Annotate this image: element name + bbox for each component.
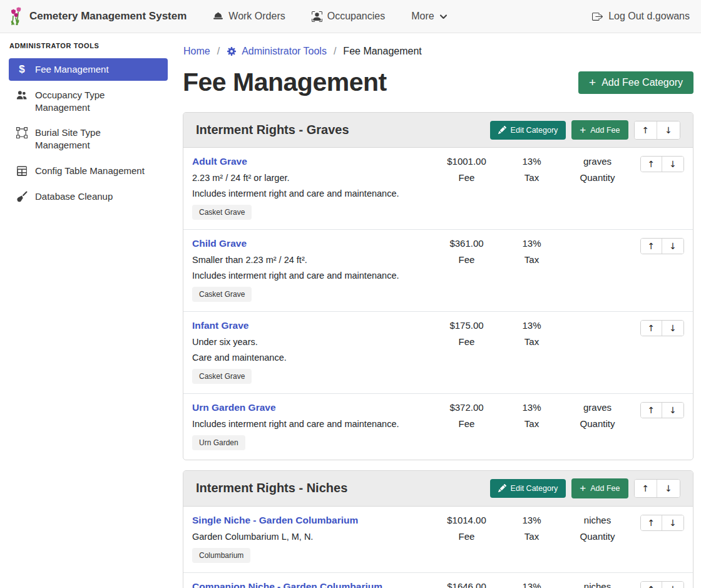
move-category-down-button[interactable]: ↓ [657,121,680,139]
fee-tax-label: Tax [501,254,563,265]
gear-icon [227,46,237,56]
sidebar-item-burial-site-type[interactable]: Burial Site Type Management [9,121,168,157]
sidebar-item-database-cleanup[interactable]: Database Cleanup [9,185,168,208]
fee-reorder-group: ↑ ↓ [640,320,684,336]
nav-work-orders[interactable]: Work Orders [213,11,285,22]
fee-description: Includes interment right and care and ma… [192,419,427,429]
move-category-down-button[interactable]: ↓ [657,480,680,497]
fee-reorder-group: ↑ ↓ [640,515,684,531]
add-fee-category-button[interactable]: + Add Fee Category [578,71,693,94]
fee-tax: 13% [501,320,563,331]
plus-icon: + [580,125,586,135]
fee-name-link[interactable]: Infant Grave [192,320,427,331]
move-fee-up-button[interactable]: ↑ [641,582,662,588]
fee-amount: $1001.00 [432,156,501,167]
move-fee-down-button[interactable]: ↓ [662,239,683,254]
sidebar-item-label: Occupancy Type Management [35,89,146,114]
fee-tax: 13% [501,156,563,167]
brand[interactable]: Cemetery Management System [9,7,187,26]
fee-name-link[interactable]: Single Niche - Garden Columbarium [192,515,427,526]
fee-tax: 13% [501,515,563,525]
fee-tax: 13% [501,581,563,588]
plus-icon: + [580,483,586,493]
sidebar-item-config-table[interactable]: Config Table Management [9,160,168,182]
nav-occupancies[interactable]: Occupancies [312,11,386,22]
fee-description: Includes interment right and care and ma… [192,188,427,199]
move-fee-down-button[interactable]: ↓ [662,403,683,418]
fee-tax-label: Tax [501,531,563,542]
category-header: Interment Rights - Niches Edit Category … [183,471,693,506]
fee-description: Care and maintenance. [192,353,427,363]
move-fee-down-button[interactable]: ↓ [662,157,683,172]
fee-quantity-label: Quantity [563,531,633,542]
fee-tax-label: Tax [501,418,563,429]
fee-amount-label: Fee [432,254,501,265]
fee-tax: 13% [501,402,563,413]
sidebar-item-label: Fee Management [35,63,109,76]
fee-reorder-group: ↑ ↓ [640,156,684,172]
add-fee-button[interactable]: + Add Fee [571,478,628,498]
breadcrumb-admin-tools-link[interactable]: Administrator Tools [227,46,327,57]
fee-amount: $1014.00 [432,515,501,525]
app-title: Cemetery Management System [29,10,187,23]
move-fee-down-button[interactable]: ↓ [662,582,683,588]
fee-reorder-group: ↑ ↓ [640,581,684,588]
edit-category-button[interactable]: Edit Category [490,479,566,498]
sidebar-item-fee-management[interactable]: $ Fee Management [9,58,168,81]
fee-amount-label: Fee [432,418,501,429]
fee-type-badge: Columbarium [192,548,250,563]
fee-name-link[interactable]: Companion Niche - Garden Columbarium [192,581,427,588]
fee-type-badge: Casket Grave [192,287,252,302]
table-icon [16,165,28,177]
fee-row-single-niche: Single Niche - Garden Columbarium Garden… [183,507,693,573]
sidebar: ADMINISTRATOR TOOLS $ Fee Management Occ… [0,33,175,588]
fee-quantity-label: Quantity [563,418,633,429]
sidebar-item-label: Config Table Management [35,165,145,177]
category-header: Interment Rights - Graves Edit Category … [183,113,693,148]
hard-hat-icon [213,11,223,22]
breadcrumb-current: Fee Management [343,46,421,57]
edit-category-button[interactable]: Edit Category [490,121,566,140]
fee-type-badge: Urn Garden [192,435,245,450]
fee-quantity-label: Quantity [563,172,633,183]
fee-amount-label: Fee [432,531,501,542]
move-fee-up-button[interactable]: ↑ [641,321,662,336]
plus-icon: + [589,77,596,88]
fee-description: Garden Columbarium L, M, N. [192,532,427,542]
move-category-up-button[interactable]: ↑ [635,480,657,497]
add-fee-button[interactable]: + Add Fee [571,120,628,140]
nav-more-label: More [411,11,434,22]
sidebar-item-label: Burial Site Type Management [35,126,146,152]
dollar-icon: $ [16,64,28,75]
logout-label: Log Out d.gowans [608,11,690,22]
move-fee-up-button[interactable]: ↑ [641,157,662,172]
logout-link[interactable]: Log Out d.gowans [592,11,690,22]
category-reorder-group: ↑ ↓ [634,121,680,140]
nav-more[interactable]: More [411,11,447,22]
fee-name-link[interactable]: Child Grave [192,238,427,249]
breadcrumb-home-link[interactable]: Home [183,46,210,57]
fee-type-badge: Casket Grave [192,205,252,220]
people-icon [16,90,28,101]
fee-row-child-grave: Child Grave Smaller than 2.23 m² / 24 ft… [183,230,693,312]
sidebar-item-label: Database Cleanup [35,190,113,203]
add-fee-label: Add Fee [590,126,620,135]
move-category-up-button[interactable]: ↑ [635,121,657,139]
sidebar-item-occupancy-type[interactable]: Occupancy Type Management [9,84,168,119]
fee-amount: $361.00 [432,238,501,249]
fee-amount-label: Fee [432,336,501,347]
move-fee-down-button[interactable]: ↓ [662,515,683,530]
fee-name-link[interactable]: Adult Grave [192,156,427,167]
move-fee-down-button[interactable]: ↓ [662,321,683,336]
fee-name-link[interactable]: Urn Garden Grave [192,402,427,413]
category-title: Interment Rights - Graves [196,123,484,137]
category-reorder-group: ↑ ↓ [634,479,680,498]
chevron-down-icon [439,13,448,21]
fee-amount: $1646.00 [432,581,501,588]
fee-reorder-group: ↑ ↓ [640,402,684,418]
move-fee-up-button[interactable]: ↑ [641,403,662,418]
move-fee-up-button[interactable]: ↑ [641,515,662,530]
fee-description: Includes interment right and care and ma… [192,271,427,281]
move-fee-up-button[interactable]: ↑ [641,239,662,254]
fee-row-urn-garden-grave: Urn Garden Grave Includes interment righ… [183,394,693,460]
